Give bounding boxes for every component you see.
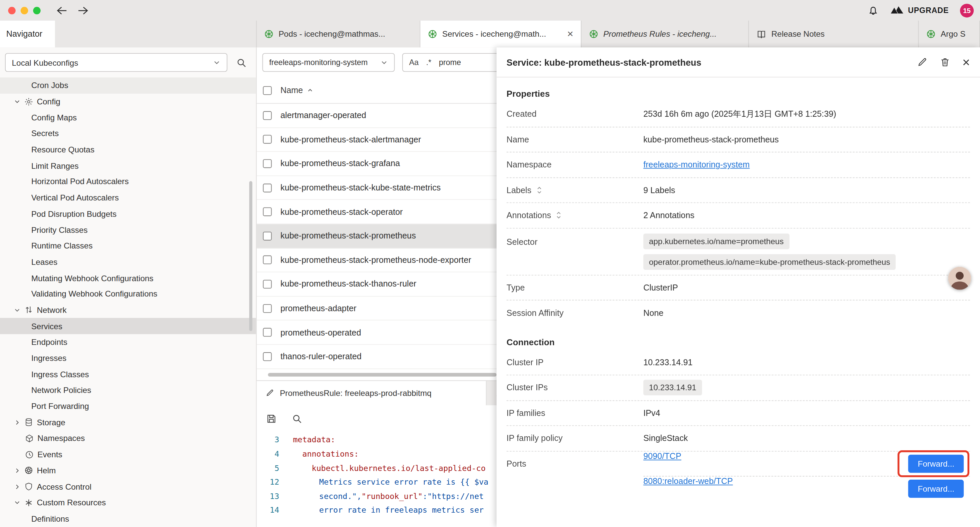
editor-tab-prometheusrule[interactable]: PrometheusRule: freeleaps-prod-rabbitmq [257,381,487,405]
tab-argo[interactable]: Argo S [918,21,980,48]
sidebar-item-runtime-classes[interactable]: Runtime Classes [0,238,256,254]
close-tab-icon[interactable]: × [562,29,573,39]
os-title-bar: UPGRADE 15 [0,0,980,21]
row-checkbox[interactable] [263,231,272,240]
namespace-filter-dropdown[interactable]: freeleaps-monitoring-system [262,53,395,72]
sort-toggle-icon[interactable] [536,186,543,194]
avatar[interactable] [948,267,971,290]
forward-button[interactable]: Forward... [908,454,964,472]
name-column-header[interactable]: Name [280,86,313,95]
maximize-window-button[interactable] [33,7,40,14]
sidebar-item-definitions[interactable]: Definitions [0,511,256,527]
sidebar-item-label: Access Control [37,482,91,491]
property-key: IP family policy [507,434,643,443]
row-checkbox[interactable] [263,135,272,144]
close-window-button[interactable] [8,7,15,14]
sidebar-item-ingress-classes[interactable]: Ingress Classes [0,366,256,382]
forward-button-highlight-annotation: Forward... [908,454,970,472]
sidebar-item-config[interactable]: Config [0,93,256,110]
forward-arrow-icon[interactable] [77,5,89,15]
sidebar-item-label: Vertical Pod Autoscalers [31,193,119,202]
row-checkbox[interactable] [263,328,272,336]
regex-toggle[interactable]: .* [426,58,432,67]
match-case-toggle[interactable]: Aa [409,58,418,67]
sidebar-item-label: Priority Classes [31,225,88,234]
chevron-right-icon [14,467,21,474]
back-arrow-icon[interactable] [56,5,68,15]
sidebar-item-validating-webhook-configurations[interactable]: Validating Webhook Configurations [0,286,256,302]
port-link[interactable]: 9090/TCP [643,451,681,461]
select-all-checkbox[interactable] [263,86,272,94]
row-checkbox[interactable] [263,280,272,288]
sidebar-item-access-control[interactable]: Access Control [0,479,256,495]
sidebar-item-custom-resources[interactable]: Custom Resources [0,495,256,511]
row-checkbox[interactable] [263,352,272,361]
search-icon[interactable] [236,57,247,68]
sidebar-item-label: Mutating Webhook Configurations [31,273,153,282]
sidebar-item-cron-jobs[interactable]: Cron Jobs [0,77,256,93]
tab-services[interactable]: Services - icecheng@math... × [420,21,581,48]
notification-count-badge[interactable]: 15 [960,3,974,17]
sidebar-item-network-policies[interactable]: Network Policies [0,382,256,398]
tab-release-notes[interactable]: Release Notes [748,21,918,48]
code-token: kubectl.kubernetes.io/last-applied-co [312,463,485,472]
sidebar-item-label: Secrets [31,129,59,138]
save-icon[interactable] [266,414,277,424]
namespace-link[interactable]: freeleaps-monitoring-system [643,160,750,169]
row-checkbox[interactable] [263,207,272,216]
tab-prometheus-rules[interactable]: Prometheus Rules - icecheng... [581,21,748,48]
sidebar-item-vertical-pod-autoscalers[interactable]: Vertical Pod Autoscalers [0,190,256,206]
forward-button[interactable]: Forward... [908,480,964,498]
property-row-cluster-ips: Cluster IPs 10.233.14.91 [507,375,970,401]
row-checkbox[interactable] [263,304,272,312]
row-checkbox[interactable] [263,183,272,192]
row-checkbox[interactable] [263,159,272,168]
service-name: kube-prometheus-stack-prometheus-node-ex… [280,255,471,265]
sort-ascending-icon [307,87,313,94]
minimize-window-button[interactable] [21,7,28,14]
row-checkbox[interactable] [263,111,272,120]
port-link[interactable]: 8080:reloader-web/TCP [643,476,733,486]
trash-icon[interactable] [940,57,950,67]
sidebar-item-port-forwarding[interactable]: Port Forwarding [0,398,256,414]
sidebar-item-resource-quotas[interactable]: Resource Quotas [0,142,256,158]
bell-icon[interactable] [867,4,878,16]
sidebar-item-mutating-webhook-configurations[interactable]: Mutating Webhook Configurations [0,270,256,286]
sidebar-item-leases[interactable]: Leases [0,254,256,270]
horizontal-scrollbar-thumb[interactable] [268,373,496,376]
sort-toggle-icon[interactable] [555,211,562,219]
kubeconfig-selector[interactable]: Local Kubeconfigs [5,53,228,72]
chevron-down-icon [14,98,21,105]
sidebar-item-label: Resource Quotas [31,145,94,154]
sidebar-item-config-maps[interactable]: Config Maps [0,110,256,126]
sidebar-item-pod-disruption-budgets[interactable]: Pod Disruption Budgets [0,206,256,222]
code-token: Metrics service error rate is {{ $va [319,477,488,487]
sidebar-item-helm[interactable]: Helm [0,463,256,479]
edit-icon[interactable] [916,57,927,67]
sidebar-item-label: Endpoints [31,338,67,347]
sidebar-item-namespaces[interactable]: Namespaces [0,430,256,446]
sidebar-item-limit-ranges[interactable]: Limit Ranges [0,158,256,174]
sidebar-item-ingresses[interactable]: Ingresses [0,350,256,366]
sidebar-item-horizontal-pod-autoscalers[interactable]: Horizontal Pod Autoscalers [0,174,256,190]
sidebar-item-network[interactable]: Network [0,302,256,318]
service-name: prometheus-adapter [280,304,356,313]
navigator-panel-tab[interactable]: Navigator [0,21,55,48]
sidebar-item-services[interactable]: Services [0,318,256,334]
section-title-connection: Connection [507,337,970,347]
tab-pods[interactable]: Pods - icecheng@mathmas... [256,21,420,48]
upgrade-button[interactable]: UPGRADE [890,5,949,16]
property-key: Annotations [507,211,551,220]
close-icon[interactable]: × [963,56,970,69]
search-icon[interactable] [291,414,302,424]
sidebar-item-secrets[interactable]: Secrets [0,126,256,142]
selector-chip: operator.prometheus.io/name=kube-prometh… [643,254,896,269]
sidebar-scrollbar[interactable] [249,181,252,331]
drawer-title: Service: kube-prometheus-stack-prometheu… [507,57,702,67]
sidebar-item-endpoints[interactable]: Endpoints [0,334,256,350]
sidebar-item-priority-classes[interactable]: Priority Classes [0,222,256,238]
sidebar-item-storage[interactable]: Storage [0,414,256,430]
sidebar-item-events[interactable]: Events [0,446,256,462]
row-checkbox[interactable] [263,256,272,264]
kubernetes-wheel-icon [926,29,935,39]
